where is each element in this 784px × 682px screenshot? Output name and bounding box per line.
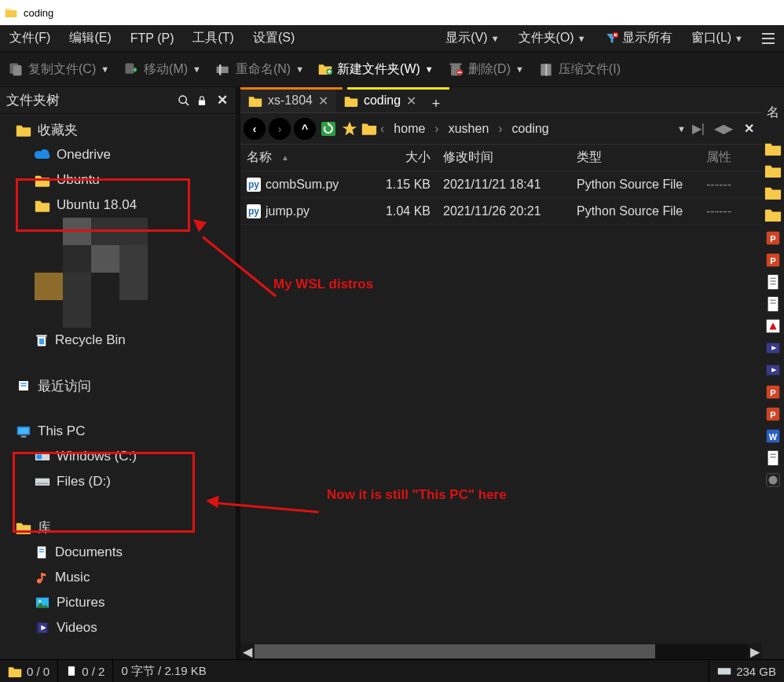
nav-forward[interactable]: ›	[269, 118, 291, 140]
file-icon	[66, 664, 77, 678]
ppt-icon[interactable]: P	[764, 405, 782, 423]
col-size[interactable]: 大小	[374, 149, 437, 166]
ppt-icon[interactable]: P	[764, 229, 782, 247]
star-icon[interactable]	[341, 120, 358, 138]
scroll-right-icon[interactable]: ▶	[748, 644, 762, 658]
scroll-thumb[interactable]	[255, 644, 655, 658]
breadcrumb-user[interactable]: xushen	[442, 122, 496, 136]
folder-tree-panel: 文件夹树 ✕ 收藏夹 Onedrive Ubuntu Ubuntu 18.04	[0, 87, 236, 659]
expand-both-icon[interactable]: ◀▶	[711, 121, 736, 136]
video-icon[interactable]	[764, 361, 782, 379]
menu-overflow-icon[interactable]	[757, 31, 779, 46]
breadcrumb-row: ‹ › ^ ‹ home › xushen › coding ▼ ▶| ◀▶ ✕	[240, 113, 762, 145]
scroll-left-icon[interactable]: ◀	[240, 644, 255, 658]
folder-icon[interactable]	[764, 141, 782, 159]
svg-rect-2	[762, 38, 775, 39]
right-peek-panel: 名 P P P P W	[762, 87, 784, 659]
horizontal-scrollbar[interactable]: ◀ ▶	[240, 644, 762, 659]
tab-coding[interactable]: coding ✕	[336, 89, 424, 112]
text-file-icon[interactable]	[764, 295, 782, 313]
svg-rect-46	[770, 278, 775, 279]
tb-move[interactable]: 移动(M)▼	[120, 59, 204, 80]
tree-ubuntu-1804[interactable]: Ubuntu 18.04	[0, 192, 236, 218]
folder-icon[interactable]	[764, 185, 782, 203]
tb-new-folder[interactable]: 新建文件夹(W)▼	[315, 59, 437, 80]
menu-view[interactable]: 显示(V)▼	[441, 28, 504, 49]
tree-this-pc[interactable]: This PC	[0, 419, 236, 444]
ppt-icon[interactable]: P	[764, 251, 782, 269]
folder-icon[interactable]	[764, 207, 782, 225]
folder-icon	[361, 122, 377, 135]
rename-icon	[215, 61, 231, 77]
menu-tools[interactable]: 工具(T)	[188, 28, 238, 49]
close-icon[interactable]: ✕	[406, 94, 416, 108]
tb-compress[interactable]: 压缩文件(I)	[535, 59, 624, 80]
menu-showall[interactable]: 显示所有	[600, 28, 677, 49]
svg-rect-11	[449, 64, 461, 66]
file-row[interactable]: pyjump.py 1.04 KB 2021/11/26 20:21 Pytho…	[240, 198, 762, 225]
breadcrumb-folder[interactable]: coding	[506, 122, 555, 136]
video-icon[interactable]	[764, 339, 782, 357]
tab-xs-1804[interactable]: xs-1804 ✕	[240, 89, 336, 112]
close-icon[interactable]: ✕	[739, 121, 759, 136]
refresh-icon[interactable]	[319, 119, 338, 138]
tb-delete[interactable]: 删除(D)▼	[445, 59, 527, 80]
folder-icon[interactable]	[764, 163, 782, 181]
col-attr[interactable]: 属性	[700, 149, 762, 166]
breadcrumb-home[interactable]: home	[387, 122, 431, 136]
svg-rect-16	[199, 100, 205, 104]
pictures-icon	[35, 596, 50, 609]
scroll-track[interactable]	[255, 644, 748, 658]
tree-favorites[interactable]: 收藏夹	[0, 117, 236, 142]
tree-lib-videos[interactable]: Videos	[0, 615, 236, 640]
text-file-icon[interactable]	[764, 449, 782, 467]
nav-up[interactable]: ^	[294, 118, 316, 140]
tree-recycle-bin[interactable]: Recycle Bin	[0, 328, 236, 353]
tree-drive-c[interactable]: Windows (C:)	[0, 444, 236, 469]
file-row[interactable]: pycombSum.py 1.15 KB 2021/11/21 18:41 Py…	[240, 171, 762, 198]
menu-folders[interactable]: 文件夹(O)▼	[514, 28, 591, 49]
close-icon[interactable]: ✕	[318, 94, 328, 108]
tree-title: 文件夹树	[6, 91, 173, 109]
close-icon[interactable]: ✕	[215, 92, 229, 108]
col-type[interactable]: 类型	[570, 149, 700, 166]
col-mtime[interactable]: 修改时间	[437, 149, 570, 166]
tree-drive-d[interactable]: Files (D:)	[0, 469, 236, 494]
lock-icon[interactable]	[196, 94, 211, 107]
svg-rect-14	[545, 64, 548, 75]
tab-new[interactable]: +	[424, 96, 448, 112]
tree-onedrive[interactable]: Onedrive	[0, 142, 236, 167]
folder-icon	[16, 521, 31, 534]
menu-settings[interactable]: 设置(S)	[248, 28, 299, 49]
tree-libraries[interactable]: 库	[0, 515, 236, 540]
folder-add-icon	[318, 63, 332, 75]
search-icon[interactable]	[178, 94, 192, 107]
chevron-down-icon: ▼	[515, 64, 524, 74]
menu-ftp[interactable]: FTP (P)	[126, 29, 179, 48]
onedrive-icon	[35, 149, 50, 160]
tree-recent[interactable]: 最近访问	[0, 373, 236, 398]
text-file-icon[interactable]	[764, 273, 782, 291]
tb-rename[interactable]: 重命名(N)▼	[212, 59, 307, 80]
expand-left-icon[interactable]: ▶|	[689, 121, 708, 136]
col-name-right[interactable]: 名	[762, 104, 779, 121]
ppt-icon[interactable]: P	[764, 383, 782, 401]
menu-file[interactable]: 文件(F)	[5, 28, 55, 49]
folder-icon	[248, 95, 262, 107]
nav-back[interactable]: ‹	[244, 118, 266, 140]
tree-ubuntu[interactable]: Ubuntu	[0, 167, 236, 192]
col-name[interactable]: 名称 ▲	[240, 149, 374, 166]
chevron-down-icon[interactable]: ▼	[677, 124, 686, 134]
menu-window[interactable]: 窗口(L)▼	[687, 28, 748, 49]
tree-lib-pictures[interactable]: Pictures	[0, 590, 236, 615]
status-disk: 234 GB	[709, 660, 784, 682]
app-icon[interactable]	[764, 471, 782, 489]
word-icon[interactable]: W	[764, 427, 782, 445]
menu-edit[interactable]: 编辑(E)	[64, 28, 115, 49]
tree-lib-documents[interactable]: Documents	[0, 540, 236, 565]
tb-copy[interactable]: 复制文件(C)▼	[5, 59, 112, 80]
svg-rect-7	[217, 67, 229, 73]
tree-header: 文件夹树 ✕	[0, 87, 236, 114]
app-icon[interactable]	[764, 317, 782, 335]
tree-lib-music[interactable]: Music	[0, 565, 236, 590]
